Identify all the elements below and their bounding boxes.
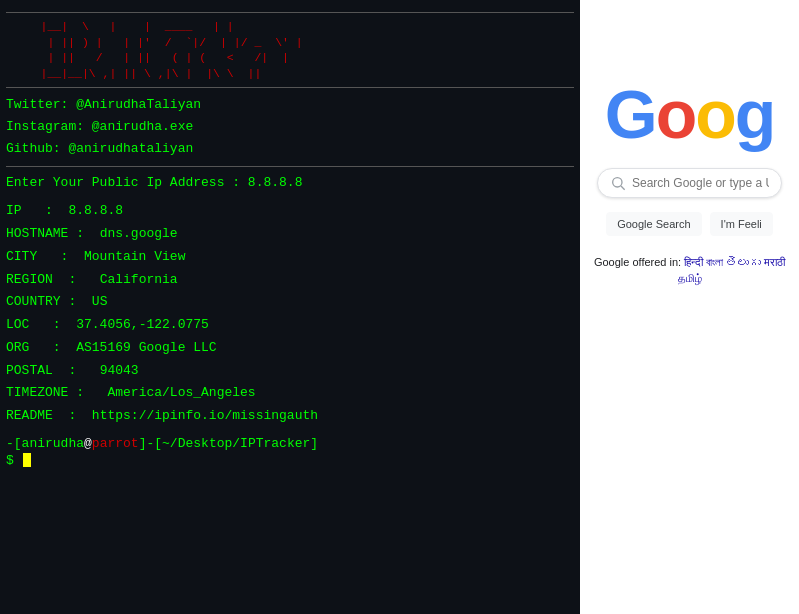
lang-hindi[interactable]: हिन्दी: [684, 256, 703, 269]
lower-separator: [6, 166, 574, 167]
google-search-bar[interactable]: [597, 168, 782, 198]
readme-row: README : https://ipinfo.io/missingauth: [6, 405, 574, 428]
org-row: ORG : AS15169 Google LLC: [6, 337, 574, 360]
google-logo: Goog: [605, 80, 775, 148]
command-prompt: -[anirudha@parrot]-[~/Desktop/IPTracker]: [6, 436, 574, 451]
social-links: Twitter: @AnirudhaTaliyan Instagram: @an…: [6, 94, 574, 160]
logo-g2: g: [735, 76, 775, 152]
search-input[interactable]: [632, 176, 769, 190]
loc-value: 37.4056,-122.0775: [76, 317, 209, 332]
timezone-row: TIMEZONE : America/Los_Angeles: [6, 382, 574, 405]
region-value: California: [100, 272, 178, 287]
logo-o1: o: [656, 76, 696, 152]
twitter-value: : @AnirudhaTaliyan: [61, 97, 201, 112]
region-row: REGION : California: [6, 269, 574, 292]
offered-label: Google offered in:: [594, 256, 681, 269]
cmd-host: parrot: [92, 436, 139, 451]
svg-line-1: [621, 186, 625, 190]
country-row: COUNTRY : US: [6, 291, 574, 314]
cmd-at: @: [84, 436, 92, 451]
lang-telugu[interactable]: తెలుగు: [726, 256, 761, 269]
ascii-art: |__| \ | | ____ | | | || ) | | |' / `|/ …: [6, 19, 574, 81]
lang-marathi[interactable]: मराठी: [764, 256, 785, 269]
bracket-open: -[: [6, 436, 22, 451]
im-feeling-lucky-button[interactable]: I'm Feeli: [710, 212, 773, 236]
cmd-path: -[~/Desktop/IPTracker]: [146, 436, 318, 451]
instagram-line: Instagram: @anirudha.exe: [6, 116, 574, 138]
twitter-label: Twitter: [6, 97, 61, 112]
logo-o2: o: [695, 76, 735, 152]
postal-value: 94043: [100, 363, 139, 378]
google-panel: Goog Google Search I'm Feeli Google offe…: [580, 0, 799, 614]
top-separator: [6, 12, 574, 13]
lang-bengali[interactable]: বাংলা: [706, 256, 723, 269]
instagram-label: Instagram: [6, 119, 76, 134]
dollar-line: $: [6, 453, 574, 468]
svg-point-0: [613, 178, 622, 187]
dollar-sign: $: [6, 453, 14, 468]
terminal-cursor: [23, 453, 31, 467]
loc-row: LOC : 37.4056,-122.0775: [6, 314, 574, 337]
org-value: AS15169 Google LLC: [76, 340, 216, 355]
hostname-row: HOSTNAME : dns.google: [6, 223, 574, 246]
ip-info-block: IP : 8.8.8.8 HOSTNAME : dns.google CITY …: [6, 200, 574, 428]
google-buttons: Google Search I'm Feeli: [606, 212, 773, 236]
bracket-close: ]: [139, 436, 147, 451]
timezone-value: America/Los_Angeles: [107, 385, 255, 400]
google-offered: Google offered in: हिन्दी বাংলা తెలుగు म…: [590, 256, 790, 285]
search-icon: [610, 175, 626, 191]
ip-value: 8.8.8.8: [68, 203, 123, 218]
postal-row: POSTAL : 94043: [6, 360, 574, 383]
cmd-user: anirudha: [22, 436, 84, 451]
github-line: Github: @anirudhataliyan: [6, 138, 574, 160]
ip-row: IP : 8.8.8.8: [6, 200, 574, 223]
mid-separator: [6, 87, 574, 88]
instagram-value: : @anirudha.exe: [76, 119, 193, 134]
ip-prompt: Enter Your Public Ip Address : 8.8.8.8: [6, 175, 574, 190]
readme-value: https://ipinfo.io/missingauth: [92, 408, 318, 423]
terminal-panel: |__| \ | | ____ | | | || ) | | |' / `|/ …: [0, 0, 580, 614]
country-value: US: [92, 294, 108, 309]
twitter-line: Twitter: @AnirudhaTaliyan: [6, 94, 574, 116]
hostname-value: dns.google: [100, 226, 178, 241]
city-row: CITY : Mountain View: [6, 246, 574, 269]
github-label: Github: [6, 141, 53, 156]
logo-g: G: [605, 76, 656, 152]
city-value: Mountain View: [84, 249, 185, 264]
lang-tamil[interactable]: தமிழ்: [678, 272, 702, 285]
google-search-button[interactable]: Google Search: [606, 212, 701, 236]
github-value: : @anirudhataliyan: [53, 141, 193, 156]
